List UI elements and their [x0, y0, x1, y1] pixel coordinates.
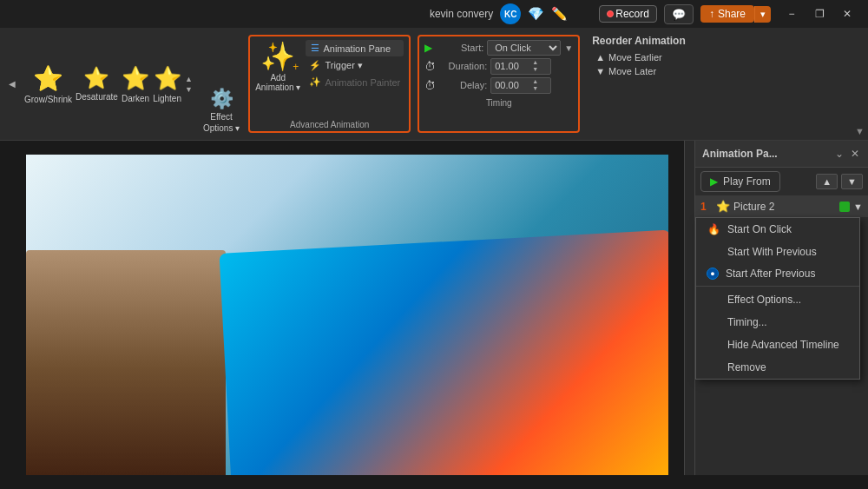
timing-delay-row: ⏱ Delay: 00.00 ▲ ▼ [424, 77, 573, 94]
share-label: Share [718, 8, 746, 20]
effect-options-button[interactable]: ⚙️ Effect Options ▾ [203, 88, 240, 133]
delay-icon: ⏱ [424, 79, 436, 92]
picture-item-container: 1 ⭐ Picture 2 ▼ 🔥 Start On Click Start W… [695, 195, 868, 217]
effect-options-section: ⚙️ Effect Options ▾ [200, 31, 243, 136]
ctx-timing-label: Timing... [727, 316, 767, 328]
ctx-empty-icon-3 [707, 315, 720, 329]
trigger-label: Trigger ▾ [325, 60, 363, 71]
duration-spinner-buttons: ▲ ▼ [530, 59, 540, 74]
effect-options-sub: Options ▾ [203, 123, 240, 133]
ctx-empty-icon-4 [707, 338, 720, 352]
diamond-icon[interactable]: 💎 [528, 6, 544, 22]
ctx-separator-1 [696, 286, 859, 287]
effect-options-label: Effect [210, 112, 232, 122]
ribbon-expand[interactable]: ▼ [852, 121, 868, 140]
play-from-row: ▶ Play From ▲ ▼ [695, 168, 868, 195]
duration-down-button[interactable]: ▼ [530, 66, 540, 73]
nav-up-button[interactable]: ▲ [816, 174, 838, 189]
start-select[interactable]: On Click With Previous After Previous [487, 40, 561, 56]
ctx-hide-advanced-timeline[interactable]: Hide Advanced Timeline [696, 334, 859, 356]
duration-spinner[interactable]: 01.00 ▲ ▼ [490, 58, 551, 75]
picture-star-icon: ⭐ [716, 200, 730, 213]
user-avatar[interactable]: KC [500, 3, 521, 24]
panel-collapse-button[interactable]: ⌄ [833, 146, 845, 162]
duration-up-button[interactable]: ▲ [530, 59, 540, 66]
animation-scroll-arrows[interactable]: ▲ ▼ [185, 75, 193, 94]
share-icon: ↑ [709, 8, 714, 20]
ctx-empty-icon-1 [707, 245, 720, 259]
delay-up-button[interactable]: ▲ [530, 78, 540, 85]
move-later-button[interactable]: ▼ Move Later [592, 64, 686, 78]
record-dot-icon [607, 10, 614, 17]
picture-item-dropdown-icon[interactable]: ▼ [853, 202, 863, 212]
ctx-effect-options[interactable]: Effect Options... [696, 288, 859, 311]
window-controls: − ❐ ✕ [778, 0, 861, 28]
lighten-label: Lighten [153, 94, 181, 103]
panel-controls: ⌄ ✕ [833, 146, 861, 162]
nav-down-button[interactable]: ▼ [841, 174, 863, 189]
animation-items-group: ⭐ Grow/Shrink ⭐ Desaturate ⭐ Darken ⭐ Li… [21, 31, 196, 136]
play-from-button[interactable]: ▶ Play From [700, 171, 780, 192]
delay-spinner[interactable]: 00.00 ▲ ▼ [490, 77, 551, 94]
picture-item[interactable]: 1 ⭐ Picture 2 ▼ [695, 195, 868, 217]
animation-panel: Animation Pa... ⌄ ✕ ▶ Play From ▲ ▼ 1 ⭐ … [694, 141, 868, 475]
restore-button[interactable]: ❐ [806, 0, 833, 28]
main-content: Animation Pa... ⌄ ✕ ▶ Play From ▲ ▼ 1 ⭐ … [0, 141, 868, 475]
slide-background [26, 155, 668, 475]
slide-canvas [26, 155, 668, 475]
trigger-button[interactable]: ⚡ Trigger ▾ [306, 58, 404, 73]
play-from-label: Play From [723, 175, 771, 188]
minimize-button[interactable]: − [778, 0, 806, 28]
pen-icon[interactable]: ✏️ [551, 6, 568, 22]
picture-item-label: Picture 2 [733, 201, 836, 213]
timing-start-row: ▶ Start: On Click With Previous After Pr… [424, 40, 573, 56]
ctx-remove[interactable]: Remove [696, 356, 859, 379]
start-play-icon: ▶ [424, 42, 432, 54]
duration-input[interactable]: 01.00 [491, 60, 530, 72]
ribbon-scroll-left[interactable]: ◀ [7, 31, 17, 136]
panel-nav-buttons: ▲ ▼ [816, 174, 863, 189]
scroll-down-icon[interactable]: ▼ [185, 85, 193, 94]
darken-item[interactable]: ⭐ Darken [122, 65, 149, 103]
advanced-animation-label: Advanced Animation [290, 120, 369, 129]
share-dropdown-button[interactable]: ▾ [754, 6, 771, 23]
share-button[interactable]: ↑ Share [700, 5, 754, 23]
reorder-animation-section: Reorder Animation ▲ Move Earlier ▼ Move … [585, 31, 693, 136]
duration-icon: ⏱ [424, 60, 436, 73]
panel-close-button[interactable]: ✕ [849, 146, 861, 162]
delay-down-button[interactable]: ▼ [530, 85, 540, 92]
start-label: Start: [436, 43, 483, 53]
animation-pane-button[interactable]: ☰ Animation Pane [306, 40, 404, 56]
move-earlier-icon: ▲ [595, 52, 605, 63]
grow-shrink-label: Grow/Shrink [24, 95, 72, 104]
ctx-start-after-previous-label: Start After Previous [726, 268, 815, 280]
expand-icon: ▼ [855, 126, 865, 136]
slide-scrollbar[interactable] [684, 141, 694, 475]
comment-button[interactable]: 💬 [664, 4, 694, 24]
add-animation-area: ✨ + Add Animation ▾ [255, 40, 300, 92]
ctx-timing[interactable]: Timing... [696, 311, 859, 334]
delay-spinner-buttons: ▲ ▼ [530, 78, 540, 93]
move-earlier-button[interactable]: ▲ Move Earlier [592, 50, 686, 64]
ctx-start-after-previous[interactable]: ● Start After Previous [696, 263, 859, 284]
lighten-item[interactable]: ⭐ Lighten [153, 65, 181, 103]
delay-input[interactable]: 00.00 [491, 79, 530, 91]
lighten-icon: ⭐ [154, 65, 181, 92]
advanced-animation-group: ✨ + Add Animation ▾ ☰ Animation Pane ⚡ T… [248, 35, 411, 133]
record-button[interactable]: Record [599, 5, 657, 23]
close-button[interactable]: ✕ [833, 0, 861, 28]
move-earlier-label: Move Earlier [608, 52, 662, 63]
ctx-start-with-previous[interactable]: Start With Previous [696, 241, 859, 263]
grow-shrink-item[interactable]: ⭐ Grow/Shrink [24, 64, 72, 104]
picture-item-green-indicator [839, 202, 850, 212]
start-dropdown-arrow: ▼ [564, 43, 573, 53]
desaturate-item[interactable]: ⭐ Desaturate [76, 66, 118, 102]
add-animation-button[interactable]: ✨ + Add Animation ▾ [255, 40, 300, 92]
ctx-hide-advanced-label: Hide Advanced Timeline [727, 339, 839, 351]
fire-icon: 🔥 [707, 222, 720, 236]
scroll-up-icon[interactable]: ▲ [185, 75, 193, 83]
ctx-start-on-click[interactable]: 🔥 Start On Click [696, 218, 859, 241]
animation-painter-button[interactable]: ✨ Animation Painter [306, 75, 404, 89]
timing-group: ▶ Start: On Click With Previous After Pr… [418, 35, 580, 133]
slide-person-figure [26, 250, 226, 475]
